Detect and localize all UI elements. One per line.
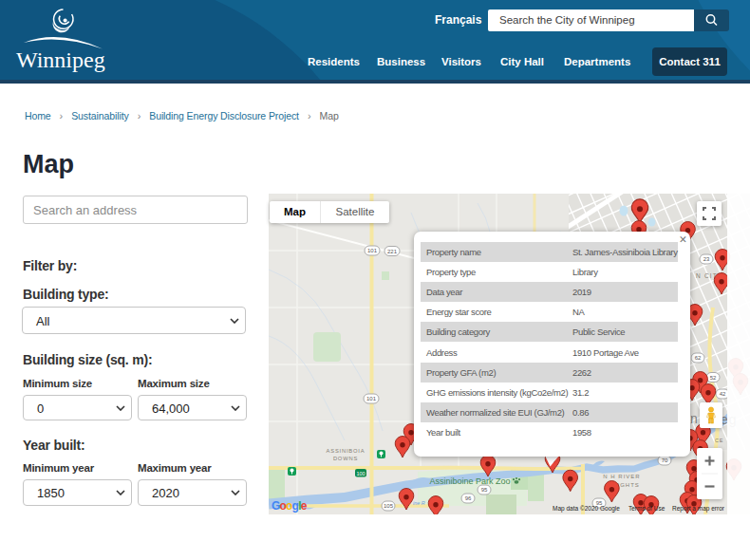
svg-text:62: 62 — [695, 355, 702, 361]
svg-text:221: 221 — [387, 249, 398, 254]
svg-text:n: n — [690, 411, 699, 426]
svg-text:101: 101 — [366, 396, 377, 401]
svg-text:ine R: ine R — [413, 500, 425, 506]
svg-text:70: 70 — [662, 457, 668, 463]
svg-text:96: 96 — [465, 495, 472, 501]
svg-text:52: 52 — [710, 375, 717, 381]
svg-text:CE: CE — [715, 438, 723, 443]
svg-text:95: 95 — [481, 487, 488, 493]
svg-text:Assiniboine Park Zoo: Assiniboine Park Zoo — [429, 476, 510, 486]
svg-text:42: 42 — [720, 391, 726, 397]
svg-text:ASSINIBOIA: ASSINIBOIA — [327, 448, 366, 454]
svg-text:101: 101 — [367, 248, 378, 253]
svg-text:DOWNS: DOWNS — [333, 456, 358, 461]
svg-text:100: 100 — [356, 471, 365, 476]
svg-text:23: 23 — [703, 256, 710, 262]
svg-text:N H RIVER: N H RIVER — [603, 474, 640, 479]
svg-text:105: 105 — [384, 503, 394, 509]
